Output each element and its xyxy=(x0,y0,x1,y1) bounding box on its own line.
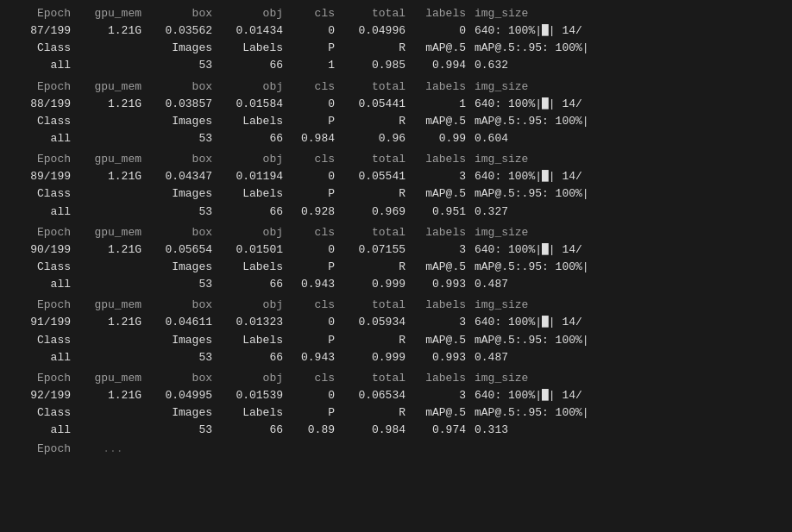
hdr-total: total xyxy=(340,370,411,387)
p-val: 1 xyxy=(288,57,340,74)
map0595-label: mAP@.5:.95: 100%| xyxy=(471,113,644,130)
map0595-val: 0.487 xyxy=(471,349,644,366)
epoch-91-header: Epoch gpu_mem box obj cls total labels i… xyxy=(0,297,792,314)
epoch-88-data: 88/199 1.21G 0.03857 0.01584 0 0.05441 1… xyxy=(0,96,792,113)
class-label: Class xyxy=(0,40,76,57)
hdr-gpumem: gpu_mem xyxy=(76,151,147,168)
map0595-val: 0.313 xyxy=(471,422,644,439)
labels-label: Labels xyxy=(217,404,288,422)
hdr-cls: cls xyxy=(288,151,340,168)
epoch-num: 89/199 xyxy=(0,168,76,185)
hdr-gpumem: gpu_mem xyxy=(76,297,147,314)
map05-val: 0.993 xyxy=(411,276,471,293)
empty xyxy=(76,130,147,147)
p-label: P xyxy=(288,40,340,57)
cls-val: 0 xyxy=(288,241,340,259)
epoch-num: 90/199 xyxy=(0,241,76,259)
epoch-89-data: 89/199 1.21G 0.04347 0.01194 0 0.05541 3… xyxy=(0,168,792,185)
map05-label: mAP@.5 xyxy=(411,40,471,57)
epoch-block-91: Epoch gpu_mem box obj cls total labels i… xyxy=(0,295,792,368)
epoch-88-metrics: all 53 66 0.984 0.96 0.99 0.604 xyxy=(0,130,792,147)
hdr-obj: obj xyxy=(217,370,288,387)
epoch-block-88: Epoch gpu_mem box obj cls total labels i… xyxy=(0,77,792,150)
all-label: all xyxy=(0,57,76,74)
map0595-label: mAP@.5:.95: 100%| xyxy=(471,259,644,276)
r-val: 0.985 xyxy=(340,57,411,74)
p-label: P xyxy=(288,332,340,349)
epoch-89-metrics-header: Class Images Labels P R mAP@.5 mAP@.5:.9… xyxy=(0,185,792,203)
epoch-block-89: Epoch gpu_mem box obj cls total labels i… xyxy=(0,149,792,222)
p-label: P xyxy=(288,259,340,276)
hdr-epoch-partial: Epoch xyxy=(0,441,76,458)
map0595-label: mAP@.5:.95: 100%| xyxy=(471,404,644,422)
hdr-obj: obj xyxy=(217,297,288,314)
imgsize-val: 640: 100%|█| 14/ xyxy=(471,168,644,185)
hdr-obj: obj xyxy=(217,78,288,96)
cls-val: 0 xyxy=(288,168,340,185)
gpu-mem-val: 1.21G xyxy=(76,96,147,113)
epoch-87-metrics: all 53 66 1 0.985 0.994 0.632 xyxy=(0,57,792,74)
hdr-total: total xyxy=(340,5,411,22)
images-label: Images xyxy=(147,40,217,57)
empty xyxy=(76,203,147,221)
images-label: Images xyxy=(147,185,217,203)
epoch-block-90: Epoch gpu_mem box obj cls total labels i… xyxy=(0,222,792,296)
gpu-mem-val: 1.21G xyxy=(76,168,147,185)
labels-label: Labels xyxy=(217,185,288,203)
hdr-total: total xyxy=(340,297,411,314)
r-label: R xyxy=(340,185,411,203)
epoch-num: 87/199 xyxy=(0,22,76,40)
cls-val: 0 xyxy=(288,387,340,404)
epoch-88-metrics-header: Class Images Labels P R mAP@.5 mAP@.5:.9… xyxy=(0,113,792,130)
map05-label: mAP@.5 xyxy=(411,185,471,203)
map05-val: 0.951 xyxy=(411,203,471,221)
epoch-88-header: Epoch gpu_mem box obj cls total labels i… xyxy=(0,78,792,96)
class-label: Class xyxy=(0,332,76,349)
map0595-val: 0.632 xyxy=(471,57,644,74)
images-val: 53 xyxy=(147,422,217,439)
images-val: 53 xyxy=(147,203,217,221)
epoch-92-metrics: all 53 66 0.89 0.984 0.974 0.313 xyxy=(0,422,792,439)
epoch-90-header: Epoch gpu_mem box obj cls total labels i… xyxy=(0,224,792,241)
total-val: 0.04996 xyxy=(340,22,411,40)
labels-val: 3 xyxy=(411,168,471,185)
empty xyxy=(76,349,147,366)
epoch-90-metrics-header: Class Images Labels P R mAP@.5 mAP@.5:.9… xyxy=(0,259,792,276)
obj-val: 0.01323 xyxy=(217,314,288,331)
hdr-box: box xyxy=(147,370,217,387)
imgsize-val: 640: 100%|█| 14/ xyxy=(471,22,644,40)
empty xyxy=(76,276,147,293)
labels-val: 3 xyxy=(411,241,471,259)
hdr-total: total xyxy=(340,151,411,168)
hdr-imgsize: img_size xyxy=(471,224,644,241)
labels-val: 66 xyxy=(217,203,288,221)
labels-val: 0 xyxy=(411,22,471,40)
hdr-imgsize: img_size xyxy=(471,151,644,168)
r-val: 0.96 xyxy=(340,130,411,147)
map05-val: 0.974 xyxy=(411,422,471,439)
images-label: Images xyxy=(147,113,217,130)
map05-label: mAP@.5 xyxy=(411,113,471,130)
map0595-label: mAP@.5:.95: 100%| xyxy=(471,332,644,349)
empty xyxy=(76,57,147,74)
hdr-epoch: Epoch xyxy=(0,297,76,314)
obj-val: 0.01434 xyxy=(217,22,288,40)
r-label: R xyxy=(340,113,411,130)
p-label: P xyxy=(288,404,340,422)
epoch-91-metrics-header: Class Images Labels P R mAP@.5 mAP@.5:.9… xyxy=(0,332,792,349)
total-val: 0.05441 xyxy=(340,96,411,113)
labels-val: 66 xyxy=(217,57,288,74)
gpu-mem-val: 1.21G xyxy=(76,387,147,404)
hdr-epoch: Epoch xyxy=(0,5,76,22)
total-val: 0.06534 xyxy=(340,387,411,404)
hdr-cls: cls xyxy=(288,78,340,96)
all-label: all xyxy=(0,276,76,293)
class-label: Class xyxy=(0,185,76,203)
map0595-val: 0.604 xyxy=(471,130,644,147)
epoch-87-data: 87/199 1.21G 0.03562 0.01434 0 0.04996 0… xyxy=(0,22,792,40)
imgsize-val: 640: 100%|█| 14/ xyxy=(471,96,644,113)
p-val: 0.89 xyxy=(288,422,340,439)
cls-val: 0 xyxy=(288,314,340,331)
empty xyxy=(76,332,147,349)
p-label: P xyxy=(288,185,340,203)
